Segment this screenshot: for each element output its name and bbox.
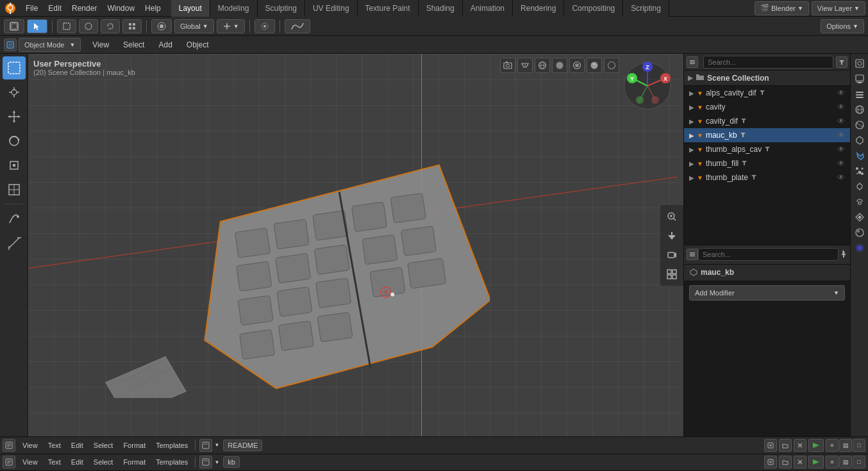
view-layer-properties-btn[interactable] <box>853 87 867 101</box>
header-select[interactable]: Select <box>118 38 149 52</box>
tab-modeling[interactable]: Modeling <box>210 0 258 17</box>
tool-measure[interactable] <box>3 231 26 254</box>
outliner-item-0[interactable]: ▶ ▼ alps_cavity_dif 👁 <box>684 86 850 100</box>
bar1-templates-menu[interactable]: Templates <box>153 440 191 450</box>
tool-cursor[interactable] <box>3 81 26 104</box>
header-object[interactable]: Object <box>181 38 214 52</box>
bar1-run-btn[interactable] <box>808 439 824 452</box>
menu-file[interactable]: File <box>21 0 43 17</box>
select-tool-btn[interactable] <box>4 19 24 33</box>
object-properties-btn[interactable] <box>853 133 867 147</box>
object-mode-dropdown[interactable]: Object Mode ▼ <box>19 38 81 52</box>
viewport-camera-btn[interactable] <box>500 58 515 73</box>
view-layer-selector[interactable]: View Layer ▼ <box>812 1 865 15</box>
camera-view-btn[interactable] <box>663 246 681 264</box>
item-vis-icon-2[interactable]: 👁 <box>837 117 845 126</box>
bar2-select-menu[interactable]: Select <box>90 457 117 467</box>
bar2-file-selector[interactable] <box>199 456 212 468</box>
props-search[interactable] <box>698 248 839 261</box>
outliner-item-3[interactable]: ▶ ▼ mauc_kb 👁 <box>684 128 850 142</box>
menu-help[interactable]: Help <box>140 0 166 17</box>
output-properties-btn[interactable] <box>853 72 867 86</box>
scene-properties-btn[interactable] <box>853 103 867 117</box>
zoom-btn[interactable] <box>663 208 681 226</box>
item-vis-icon-4[interactable]: 👁 <box>837 145 845 154</box>
bar2-list-btn-1[interactable]: ≡ <box>826 456 839 468</box>
bar1-close-btn[interactable] <box>794 439 806 452</box>
options-btn[interactable]: Options ▼ <box>821 19 864 33</box>
snap-curve-btn[interactable] <box>285 19 310 33</box>
tab-sculpting[interactable]: Sculpting <box>258 0 305 17</box>
bar1-list-btn-3[interactable]: □ <box>853 439 865 452</box>
modifier-properties-btn[interactable] <box>853 149 867 163</box>
viewport-shading-solid-btn[interactable] <box>552 58 567 73</box>
bar2-list-btn-2[interactable]: ▤ <box>839 456 852 468</box>
select-box-btn[interactable] <box>57 19 76 33</box>
bar1-edit-menu[interactable]: Edit <box>68 440 87 450</box>
world-properties-btn[interactable] <box>853 118 867 132</box>
bar1-select-menu[interactable]: Select <box>90 440 117 450</box>
bar1-text-menu[interactable]: Text <box>45 440 64 450</box>
item-vis-icon-5[interactable]: 👁 <box>837 159 845 168</box>
shader-properties-btn[interactable] <box>853 241 867 255</box>
tool-transform[interactable] <box>3 178 26 201</box>
select-all-btn[interactable] <box>122 19 142 33</box>
menu-edit[interactable]: Edit <box>43 0 67 17</box>
viewport-shading-rendered-btn[interactable] <box>587 58 602 73</box>
bar1-view-menu[interactable]: View <box>19 440 41 450</box>
add-modifier-btn[interactable]: Add Modifier ▼ <box>689 285 845 301</box>
outliner-item-2[interactable]: ▶ ▼ cavity_dif 👁 <box>684 114 850 128</box>
select-circle-btn[interactable] <box>79 19 98 33</box>
constraints-properties-btn[interactable] <box>853 195 867 209</box>
tool-move[interactable] <box>3 105 26 128</box>
viewport[interactable]: User Perspective (20) Scene Collection |… <box>28 54 683 436</box>
bar2-view-menu[interactable]: View <box>19 457 41 467</box>
tab-shading[interactable]: Shading <box>419 0 463 17</box>
particles-properties-btn[interactable] <box>853 164 867 178</box>
bar2-text-menu[interactable]: Text <box>45 457 64 467</box>
bar1-file-selector[interactable] <box>199 439 212 452</box>
tab-rendering[interactable]: Rendering <box>513 0 564 17</box>
header-view[interactable]: View <box>87 38 114 52</box>
viewport-overlay-btn[interactable] <box>604 58 619 73</box>
menu-window[interactable]: Window <box>102 0 140 17</box>
bar2-format-menu[interactable]: Format <box>120 457 149 467</box>
render-properties-btn[interactable] <box>853 56 867 70</box>
viewport-view-btn[interactable] <box>517 58 533 73</box>
outliner-item-1[interactable]: ▶ ▼ cavity 👁 <box>684 100 850 114</box>
item-vis-icon-6[interactable]: 👁 <box>837 173 845 182</box>
props-menu-btn[interactable] <box>687 249 698 260</box>
bar2-close-btn[interactable] <box>794 456 806 468</box>
tool-scale[interactable] <box>3 154 26 177</box>
bar1-format-menu[interactable]: Format <box>120 440 149 450</box>
tool-rotate[interactable] <box>3 129 26 153</box>
bar1-list-btn-1[interactable]: ≡ <box>826 439 839 452</box>
material-properties-btn[interactable] <box>853 226 867 240</box>
transform-orientation-btn[interactable]: Global ▼ <box>174 19 214 33</box>
physics-properties-btn[interactable] <box>853 179 867 194</box>
pan-btn[interactable] <box>663 227 681 245</box>
item-vis-icon-3[interactable]: 👁 <box>837 131 845 140</box>
bar1-area-icon[interactable] <box>3 439 15 452</box>
viewport-globe-btn[interactable] <box>535 58 550 73</box>
viewport-shading-material-btn[interactable] <box>569 58 585 73</box>
item-vis-icon-1[interactable]: 👁 <box>837 103 845 112</box>
bar2-new-btn[interactable] <box>764 456 777 468</box>
select-lasso-btn[interactable] <box>101 19 120 33</box>
nav-gizmo[interactable]: Z X Y <box>622 60 673 112</box>
tab-layout[interactable]: Layout <box>171 0 210 17</box>
data-properties-btn[interactable] <box>853 210 867 224</box>
tool-select[interactable] <box>3 56 26 79</box>
bar2-edit-menu[interactable]: Edit <box>68 457 87 467</box>
bar2-open-btn[interactable] <box>779 456 792 468</box>
tool-annotate[interactable] <box>3 207 26 230</box>
proportional-btn[interactable] <box>255 19 275 33</box>
cursor-tool-btn[interactable] <box>27 19 47 33</box>
bar2-area-icon[interactable] <box>3 456 15 468</box>
snap-btn[interactable] <box>151 19 172 33</box>
bar2-list-btn-3[interactable]: □ <box>853 456 865 468</box>
bar2-run-btn[interactable] <box>808 456 824 468</box>
tab-scripting[interactable]: Scripting <box>623 0 669 17</box>
outliner-search[interactable] <box>703 56 833 69</box>
bar1-open-btn[interactable] <box>779 439 792 452</box>
